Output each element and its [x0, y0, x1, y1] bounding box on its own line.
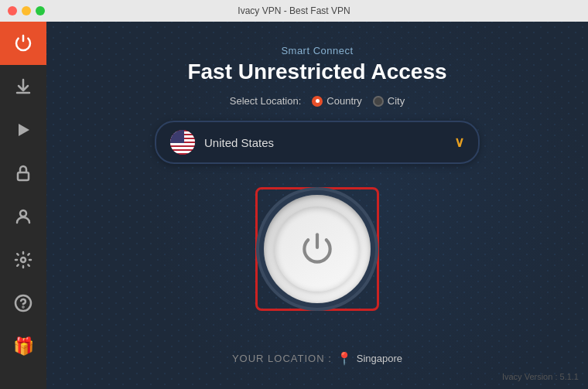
- svg-point-4: [21, 258, 26, 262]
- location-dropdown[interactable]: United States ∨: [155, 121, 480, 164]
- sidebar-item-lock[interactable]: [0, 152, 46, 195]
- svg-rect-2: [18, 172, 29, 180]
- svg-point-3: [20, 210, 26, 217]
- connect-button[interactable]: [264, 195, 371, 303]
- sidebar-item-user[interactable]: [0, 195, 46, 238]
- dropdown-selected-text: United States: [204, 136, 445, 149]
- svg-marker-1: [19, 124, 29, 136]
- radio-dot-country[interactable]: [312, 96, 323, 107]
- svg-point-6: [23, 307, 24, 308]
- power-button-container: [255, 187, 379, 311]
- select-location-label: Select Location:: [230, 95, 302, 107]
- close-button[interactable]: [8, 6, 17, 15]
- select-location-row: Select Location: Country City: [230, 95, 405, 107]
- flag-us: [170, 130, 195, 155]
- sidebar-item-help[interactable]: [0, 282, 46, 325]
- header-section: Smart Connect Fast Unrestricted Access: [187, 45, 446, 95]
- sidebar-item-gift[interactable]: 🎁: [0, 325, 46, 368]
- app-container: 🎁 Smart Connect Fast Unrestricted Access…: [0, 22, 588, 389]
- version-text: Ivacy Version : 5.1.1: [502, 372, 579, 381]
- radio-country[interactable]: Country: [312, 95, 362, 107]
- location-pin-icon: 📍: [337, 351, 352, 366]
- radio-dot-city[interactable]: [373, 96, 384, 107]
- radio-label-country: Country: [326, 95, 362, 107]
- sidebar-item-power[interactable]: [0, 22, 46, 65]
- power-button-inner: [275, 206, 360, 292]
- flag-us-stripes: [170, 130, 195, 155]
- titlebar: Ivacy VPN - Best Fast VPN: [0, 0, 588, 22]
- location-footer: YOUR LOCATION : 📍 Singapore: [232, 351, 402, 366]
- window-controls[interactable]: [0, 6, 45, 15]
- chevron-down-icon: ∨: [454, 134, 464, 151]
- sidebar: 🎁: [0, 22, 46, 389]
- power-svg-icon: [298, 230, 337, 268]
- your-location-label: YOUR LOCATION :: [232, 353, 332, 364]
- power-button-highlight: [255, 187, 379, 311]
- location-city: Singapore: [357, 353, 402, 364]
- radio-city[interactable]: City: [373, 95, 405, 107]
- sidebar-item-play[interactable]: [0, 108, 46, 152]
- main-title: Fast Unrestricted Access: [187, 60, 446, 84]
- main-content: Smart Connect Fast Unrestricted Access S…: [46, 22, 588, 389]
- maximize-button[interactable]: [36, 6, 45, 15]
- sidebar-item-download[interactable]: [0, 65, 46, 108]
- minimize-button[interactable]: [22, 6, 31, 15]
- window-title: Ivacy VPN - Best Fast VPN: [238, 5, 350, 16]
- smart-connect-label: Smart Connect: [187, 45, 446, 56]
- gift-icon: 🎁: [13, 336, 34, 357]
- radio-label-city: City: [388, 95, 405, 107]
- sidebar-item-settings[interactable]: [0, 238, 46, 282]
